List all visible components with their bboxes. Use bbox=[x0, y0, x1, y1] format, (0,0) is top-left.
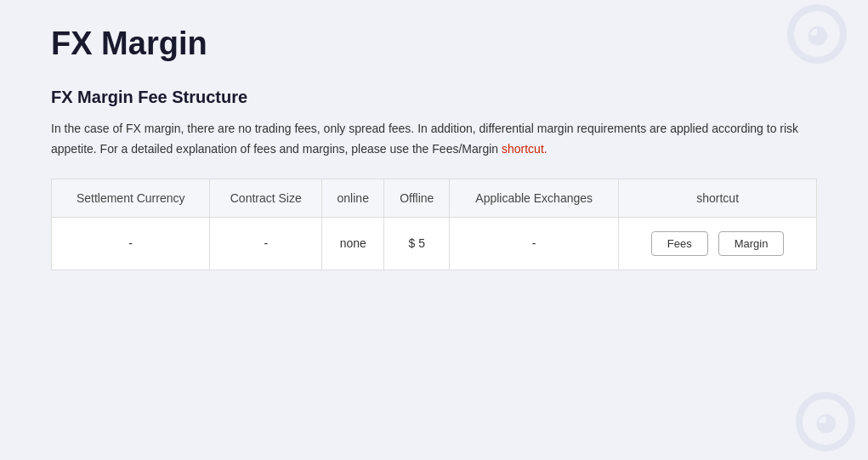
description: In the case of FX margin, there are no t… bbox=[51, 119, 816, 160]
margin-button[interactable]: Margin bbox=[718, 231, 785, 256]
col-header-offline: Offline bbox=[384, 179, 450, 217]
fees-button[interactable]: Fees bbox=[651, 231, 708, 256]
table-header-row: Settlement Currency Contract Size online… bbox=[52, 179, 817, 217]
col-header-contract-size: Contract Size bbox=[210, 179, 322, 217]
cell-online: none bbox=[322, 217, 384, 270]
cell-shortcut-buttons: Fees Margin bbox=[619, 217, 817, 270]
section-title: FX Margin Fee Structure bbox=[51, 88, 817, 107]
table-row: - - none $ 5 - Fees Margin bbox=[52, 217, 817, 270]
cell-contract-size: - bbox=[210, 217, 322, 270]
page-title: FX Margin bbox=[51, 26, 817, 62]
description-text: In the case of FX margin, there are no t… bbox=[51, 122, 798, 156]
shortcut-link[interactable]: shortcut. bbox=[502, 142, 547, 156]
fee-structure-table: Settlement Currency Contract Size online… bbox=[51, 179, 817, 270]
col-header-applicable-exchanges: Applicable Exchanges bbox=[450, 179, 619, 217]
cell-offline: $ 5 bbox=[384, 217, 450, 270]
cell-settlement-currency: - bbox=[52, 217, 210, 270]
corner-logo-bottom-right: ◕ bbox=[796, 392, 855, 451]
cell-applicable-exchanges: - bbox=[450, 217, 619, 270]
col-header-settlement-currency: Settlement Currency bbox=[52, 179, 210, 217]
col-header-shortcut: shortcut bbox=[619, 179, 817, 217]
col-header-online: online bbox=[322, 179, 384, 217]
